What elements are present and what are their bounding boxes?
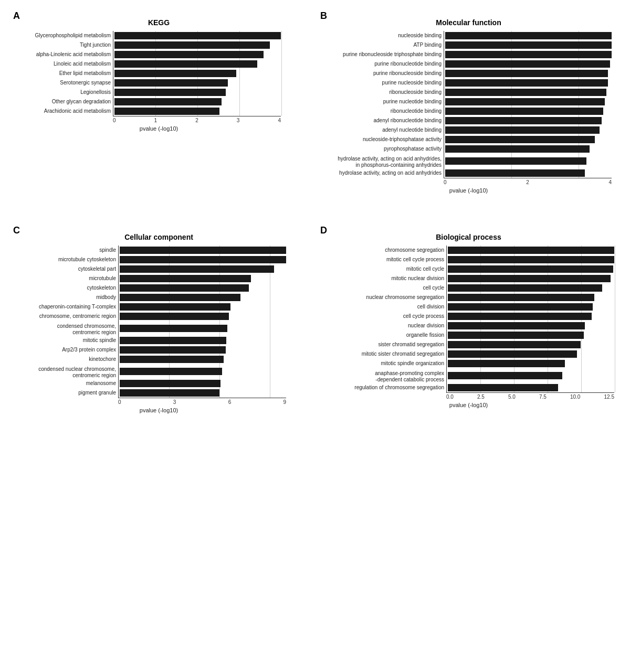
x-tick: 5.0	[508, 394, 516, 400]
x-tick: 2.5	[477, 394, 485, 400]
bar-row	[447, 359, 614, 368]
bar-label: ribonucleoside binding	[323, 88, 444, 97]
bar-row	[113, 50, 281, 59]
panel-d: D Biological process chromosome segregat…	[318, 225, 620, 434]
bar-label: alpha-Linolenic acid metabolism	[16, 50, 113, 59]
bar-row	[444, 31, 612, 40]
panel-label-b: B	[320, 10, 327, 22]
bar-label: adenyl ribonucleotide binding	[323, 116, 444, 125]
panel-c: C Cellular component spindlemicrotubule …	[10, 225, 307, 434]
bar	[448, 341, 581, 348]
bar	[445, 136, 595, 143]
bar-label: purine ribonucleoside triphosphate bindi…	[323, 50, 444, 59]
bar	[120, 389, 219, 397]
bar-row	[444, 88, 612, 97]
bar-row	[119, 264, 286, 274]
bar-label: microtubule	[16, 274, 118, 283]
bar-label: Other glycan degradation	[16, 97, 113, 106]
bar-row	[444, 78, 612, 88]
bar	[120, 380, 220, 387]
x-tick: 2	[526, 179, 529, 185]
panel-title-d: Biological process	[323, 233, 614, 241]
panel-label-a: A	[13, 10, 20, 22]
bar-label: nucleoside-triphosphatase activity	[323, 135, 444, 144]
x-tick: 0	[444, 179, 447, 185]
bar-label: cytoskeletal part	[16, 264, 118, 274]
bar	[445, 117, 602, 124]
bar	[445, 145, 590, 153]
bar-label: mitotic spindle organization	[323, 359, 446, 368]
bar-row	[113, 31, 281, 40]
bar-row	[447, 321, 614, 330]
bar	[120, 313, 229, 320]
bar-label: organelle fission	[323, 330, 446, 340]
bar-label: Glycerophospholipid metabolism	[16, 31, 113, 40]
bar	[448, 372, 562, 379]
bar-label: chromosome, centromeric region	[16, 312, 118, 321]
x-tick: 0	[113, 118, 116, 123]
bar	[445, 70, 608, 77]
panel-a: A KEGG Glycerophospholipid metabolismTig…	[10, 10, 307, 215]
bar-label: cell cycle	[323, 283, 446, 293]
bars-area-a	[113, 31, 281, 116]
bar-label: Ether lipid metabolism	[16, 69, 113, 78]
bar-label: cell division	[323, 302, 446, 312]
bar-row	[447, 264, 614, 274]
bar	[448, 313, 592, 320]
bars-area-b	[444, 31, 612, 178]
panel-title-b: Molecular function	[323, 18, 614, 27]
x-tick: 0	[118, 399, 121, 405]
bar-row	[119, 312, 286, 321]
bar	[114, 108, 219, 115]
bar	[114, 89, 226, 96]
chart-a: Glycerophospholipid metabolismTight junc…	[16, 31, 302, 123]
bar	[120, 303, 230, 311]
bar	[448, 384, 558, 391]
chart-c: spindlemicrotubule cytoskeletoncytoskele…	[16, 246, 302, 405]
bar-label: cell cycle process	[323, 312, 446, 321]
bar-label: nuclear chromosome segregation	[323, 293, 446, 302]
bar-row	[113, 106, 281, 116]
bar-label: purine nucleoside binding	[323, 78, 444, 88]
bar-label: hydrolase activity, acting on acid anhyd…	[323, 154, 444, 168]
bar-row	[444, 69, 612, 78]
bar-row	[444, 154, 612, 168]
bar-row	[444, 50, 612, 59]
bar	[114, 98, 222, 105]
bar-label: mitotic sister chromatid segregation	[323, 349, 446, 359]
bar-row	[119, 255, 286, 264]
bar-row	[444, 144, 612, 154]
bar-row	[447, 383, 614, 392]
bar	[448, 247, 614, 254]
bar-row	[447, 255, 614, 264]
x-tick: 2	[195, 118, 198, 123]
bar	[120, 368, 222, 375]
bar-row	[119, 336, 286, 345]
bar	[120, 256, 286, 263]
bar-label: purine ribonucleoside binding	[323, 69, 444, 78]
bar-row	[444, 168, 612, 178]
bar-row	[444, 135, 612, 144]
bar-label: Serotonergic synapse	[16, 78, 113, 88]
bar-row	[119, 388, 286, 398]
x-tick: 1	[154, 118, 158, 123]
bar	[445, 108, 603, 115]
bar-row	[113, 88, 281, 97]
bar	[120, 356, 224, 363]
bar-label: anaphase-promoting complex-dependent cat…	[323, 368, 446, 383]
bar	[120, 284, 249, 292]
x-tick: 6	[228, 399, 232, 405]
chart-d: chromosome segregationmitotic cell cycle…	[323, 246, 614, 400]
figure-container: A KEGG Glycerophospholipid metabolismTig…	[0, 0, 630, 445]
bar-row	[119, 274, 286, 283]
bar-row	[113, 97, 281, 106]
panel-title-c: Cellular component	[16, 233, 302, 241]
bar	[448, 284, 602, 292]
x-tick: 3	[237, 118, 240, 123]
bar-row	[444, 97, 612, 106]
bar-row	[119, 246, 286, 255]
bar-label: Legionellosis	[16, 88, 113, 97]
bar	[120, 346, 226, 354]
bar-row	[119, 379, 286, 388]
panel-title-a: KEGG	[16, 18, 302, 27]
